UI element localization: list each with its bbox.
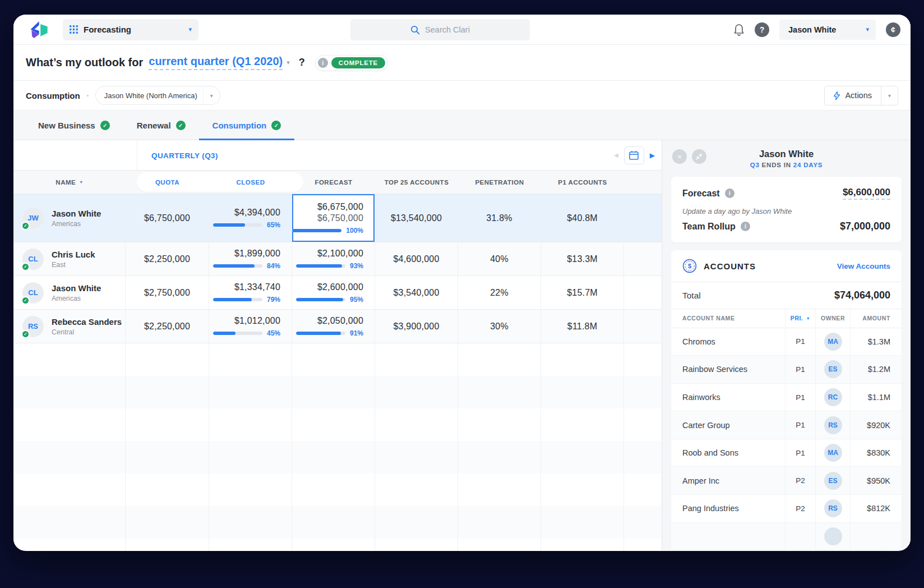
account-priority: P1 <box>785 356 815 383</box>
calendar-button[interactable] <box>624 146 644 164</box>
forecast-editable-value[interactable]: $6,600,000 <box>843 187 890 200</box>
avatar: CL ✓ <box>22 249 44 270</box>
top25-value: $4,600,000 <box>393 254 439 264</box>
account-row[interactable]: Amper Inc P2 ES $950K <box>671 467 902 495</box>
sidebar-header: × Jason White Q3 ENDS IN 24 DAYS <box>662 140 911 176</box>
owner-avatar: ES <box>824 472 842 490</box>
account-amount: $1.1M <box>850 384 902 411</box>
col-header-top25[interactable]: TOP 25 ACCOUNTS <box>375 171 458 194</box>
p1-value: $15.7M <box>567 288 598 298</box>
search-placeholder: Search Clari <box>425 25 470 34</box>
svg-text:$: $ <box>688 263 691 269</box>
collapse-icon[interactable] <box>692 149 706 164</box>
actions-dropdown-chevron[interactable]: ▾ <box>881 86 898 105</box>
empty-row <box>13 408 662 441</box>
account-priority: P1 <box>785 328 815 356</box>
coin-dollar-icon: $ <box>682 259 697 273</box>
table-row[interactable]: JW ✓ Jason White Americas $6,750,000 $4,… <box>13 194 662 242</box>
prev-period-icon[interactable]: ◀ <box>614 152 618 158</box>
user-menu[interactable]: Jason White ▾ <box>779 20 876 40</box>
help-icon[interactable]: ? <box>755 22 769 37</box>
account-row[interactable]: Rainworks P1 RC $1.1M <box>671 384 902 412</box>
top25-value: $13,540,000 <box>391 213 442 223</box>
quota-value: $2,750,000 <box>144 288 190 298</box>
closed-value: $1,899,000 <box>234 249 280 259</box>
chevron-down-icon: ▾ <box>287 59 290 66</box>
table-row[interactable]: CL ✓ Jason White Americas $2,750,000 $1,… <box>13 276 662 310</box>
account-row[interactable]: Chromos P1 MA $1.3M <box>671 328 902 356</box>
chevron-down-icon: ▾ <box>866 26 869 33</box>
col-header-forecast[interactable]: FORECAST <box>292 171 375 194</box>
days-left-label: 24 DAYS <box>793 162 823 168</box>
outlook-help[interactable]: ? <box>299 57 305 68</box>
account-amount: $830K <box>850 439 902 467</box>
closed-value: $1,334,740 <box>234 282 280 292</box>
rep-region: Americas <box>52 295 101 302</box>
scope-selector[interactable]: Jason White (North America) ▾ <box>95 86 220 105</box>
table-row[interactable]: RS ✓ Rebecca Sanders Central $2,250,000 … <box>13 310 662 343</box>
p1-value: $11.8M <box>567 321 597 332</box>
quarter-label: Q3 <box>750 162 760 168</box>
lightning-icon <box>834 91 840 100</box>
col-header-closed[interactable]: CLOSED <box>209 171 292 194</box>
acc-col-pri[interactable]: PRI.▼ <box>785 309 815 328</box>
col-header-penetration[interactable]: PENETRATION <box>458 171 541 194</box>
account-row[interactable]: Pang Industries P2 RS $812K <box>671 495 902 523</box>
top-nav-right: ? Jason White ▾ ¢ <box>733 20 900 40</box>
forecast-percent: 95% <box>350 296 363 304</box>
forecast-cell-selected[interactable]: $6,675,000 $6,750,000 100% <box>292 194 375 242</box>
empty-row <box>13 506 662 539</box>
quota-value: $2,250,000 <box>144 321 190 332</box>
forecast-label: Forecast <box>682 189 720 199</box>
check-circle-icon: ✓ <box>100 121 110 130</box>
close-icon[interactable]: × <box>672 149 687 164</box>
column-header-row: NAME▼ QUOTA CLOSED FORECAST TOP 25 ACCOU… <box>13 171 662 194</box>
tab-consumption[interactable]: Consumption ✓ <box>199 111 295 140</box>
empty-row <box>13 474 662 506</box>
period-selector[interactable]: current quarter (Q1 2020) <box>149 55 283 70</box>
info-icon[interactable]: i <box>741 222 750 231</box>
acc-col-owner[interactable]: OWNER <box>815 309 850 328</box>
notifications-bell-icon[interactable] <box>733 24 745 36</box>
table-row[interactable]: CL ✓ Chris Luck East $2,250,000 $1,899,0… <box>13 242 662 276</box>
progress-bar <box>296 332 345 335</box>
tab-new-business[interactable]: New Business ✓ <box>25 111 123 140</box>
account-row-partial[interactable] <box>671 523 902 551</box>
total-label: Total <box>682 291 701 301</box>
account-row[interactable]: Carter Group P1 RS $920K <box>671 411 902 439</box>
app-switcher[interactable]: Forecasting ▾ <box>63 19 198 40</box>
info-icon[interactable]: i <box>318 58 328 68</box>
outlook-question: What’s my outlook for <box>26 56 143 69</box>
search-input[interactable]: Search Clari <box>350 19 530 40</box>
actions-button[interactable]: Actions <box>825 86 881 105</box>
acc-col-amount[interactable]: AMOUNT <box>850 309 902 328</box>
col-header-p1[interactable]: P1 ACCOUNTS <box>541 171 624 194</box>
top25-value: $3,540,000 <box>393 288 439 298</box>
feedback-cent-icon[interactable]: ¢ <box>886 22 900 37</box>
penetration-value: 40% <box>490 254 509 264</box>
account-row[interactable]: Roob and Sons P1 MA $830K <box>671 439 902 467</box>
account-row[interactable]: Rainbow Services P1 ES $1.2M <box>671 356 902 384</box>
period-header: QUARTERLY (Q3) ◀ ▶ <box>13 140 662 171</box>
tabs-bar: New Business ✓ Renewal ✓ Consumption ✓ <box>13 110 911 140</box>
quota-value: $2,250,000 <box>144 254 190 264</box>
col-header-name[interactable]: NAME▼ <box>13 171 126 194</box>
owner-avatar <box>824 527 842 545</box>
acc-col-name[interactable]: ACCOUNT NAME <box>671 309 785 328</box>
forecast-percent: 93% <box>350 262 363 270</box>
next-period-icon[interactable]: ▶ <box>650 151 655 159</box>
account-amount: $812K <box>850 495 902 522</box>
clari-logo-icon <box>27 20 49 39</box>
tab-renewal[interactable]: Renewal ✓ <box>123 111 199 140</box>
sort-caret-icon: ▼ <box>806 316 811 320</box>
info-icon[interactable]: i <box>725 189 734 198</box>
p1-value: $13.3M <box>567 254 598 264</box>
col-header-quota[interactable]: QUOTA <box>126 171 209 194</box>
detail-sidebar: × Jason White Q3 ENDS IN 24 DAYS <box>662 140 911 550</box>
forecast-card: Forecast i $6,600,000 Update a day ago b… <box>671 177 902 242</box>
account-name <box>671 523 785 550</box>
check-circle-icon: ✓ <box>176 121 186 130</box>
account-name: Rainbow Services <box>671 356 785 383</box>
tab-label: Renewal <box>137 121 171 130</box>
view-accounts-link[interactable]: View Accounts <box>837 262 890 270</box>
